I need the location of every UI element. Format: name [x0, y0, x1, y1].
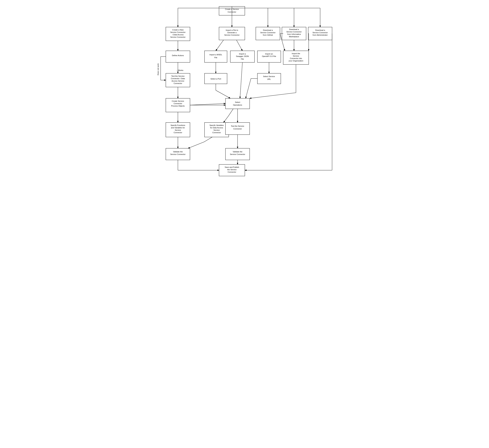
svg-text:Download a: Download a [315, 29, 325, 31]
svg-text:Connector: Connector [228, 171, 236, 173]
svg-text:Connector: Connector [173, 132, 182, 134]
box-define-actions [166, 51, 190, 62]
svg-text:Create Service: Create Service [172, 100, 184, 102]
svg-text:Define Actions: Define Actions [172, 55, 184, 56]
svg-text:Connector: Connector [173, 103, 182, 104]
svg-text:the Service: the Service [227, 169, 236, 171]
svg-text:/ Data Access: / Data Access [172, 34, 184, 36]
svg-text:Specify Functions: Specify Functions [171, 124, 185, 126]
svg-text:Import a WSDL: Import a WSDL [210, 54, 222, 56]
svg-text:Connector into: Connector into [290, 57, 302, 59]
svg-line-121 [204, 137, 212, 142]
svg-text:Test the Service: Test the Service [231, 125, 244, 127]
svg-text:Service Connector: Service Connector [170, 36, 186, 38]
svg-text:Import an: Import an [265, 53, 273, 55]
svg-line-119 [224, 116, 228, 122]
svg-line-102 [216, 90, 230, 98]
svg-line-109 [246, 79, 251, 98]
svg-text:Service: Service [175, 129, 181, 131]
label-works: ↓ Works [177, 69, 183, 71]
svg-text:for Data Access: for Data Access [210, 127, 223, 129]
svg-line-106 [190, 104, 226, 105]
svg-text:Test the Service: Test the Service [171, 75, 185, 77]
svg-text:Validate the: Validate the [173, 151, 183, 153]
svg-text:Specify Variables: Specify Variables [210, 124, 224, 126]
svg-text:Service Connector: Service Connector [224, 34, 240, 36]
svg-text:Import a: Import a [239, 53, 246, 55]
svg-text:Service Connector: Service Connector [170, 31, 186, 33]
svg-text:Download a: Download a [289, 28, 299, 30]
svg-text:Validate the: Validate the [233, 151, 242, 153]
svg-text:Import a File to: Import a File to [226, 29, 238, 31]
svg-text:URL: URL [267, 78, 271, 80]
svg-text:Connector: Connector [233, 128, 242, 130]
svg-line-103 [240, 62, 242, 98]
svg-text:Import the: Import the [292, 53, 300, 55]
svg-text:File: File [214, 56, 217, 58]
svg-text:from Informatica: from Informatica [287, 33, 301, 35]
svg-line-98 [216, 40, 224, 51]
svg-line-99 [236, 40, 242, 51]
svg-text:Save and Publish: Save and Publish [225, 166, 239, 168]
svg-text:Select Service: Select Service [263, 75, 275, 77]
svg-text:Marketplace: Marketplace [289, 36, 299, 38]
svg-text:Download a: Download a [263, 29, 273, 31]
svg-text:File: File [241, 58, 244, 60]
svg-line-117 [250, 93, 296, 98]
svg-text:Select: Select [235, 101, 240, 103]
svg-text:Service Connector: Service Connector [230, 153, 245, 155]
svg-text:Service Connector: Service Connector [313, 32, 328, 33]
svg-text:from GitHub: from GitHub [263, 34, 273, 36]
svg-text:Create a New: Create a New [172, 29, 184, 31]
svg-text:Generate a: Generate a [227, 32, 236, 33]
svg-text:from Administrator: from Administrator [313, 34, 327, 36]
box-select-operations [226, 98, 250, 109]
svg-text:Connector: Connector [173, 82, 182, 84]
svg-text:Service: Service [293, 55, 299, 57]
svg-text:OpenAPI 3.0 File: OpenAPI 3.0 File [262, 55, 276, 57]
svg-text:Connector / Data: Connector / Data [171, 78, 185, 80]
svg-line-122 [188, 142, 204, 148]
svg-text:your Organization: your Organization [289, 60, 303, 62]
svg-line-118 [228, 109, 233, 116]
svg-text:Service Connector: Service Connector [260, 32, 276, 33]
svg-text:Access Service: Access Service [171, 80, 184, 82]
svg-text:Process Objects: Process Objects [171, 105, 185, 107]
svg-text:Service Connector: Service Connector [286, 31, 302, 33]
svg-text:Operations: Operations [233, 104, 242, 106]
svg-text:Service: Service [213, 129, 220, 131]
svg-text:Connector: Connector [212, 132, 221, 134]
svg-text:Select a Port: Select a Port [211, 78, 221, 80]
svg-text:Service Connector: Service Connector [170, 153, 186, 155]
label-does-not-work: Does not work [157, 63, 159, 75]
svg-text:and Variables for: and Variables for [171, 127, 185, 129]
svg-text:Swagger JSON: Swagger JSON [236, 55, 249, 57]
